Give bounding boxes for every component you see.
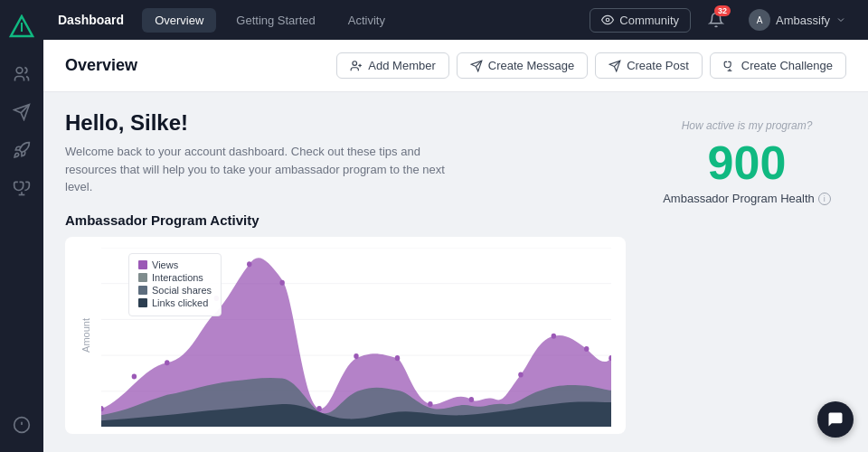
chat-bubble[interactable]	[817, 401, 854, 438]
data-point	[354, 353, 358, 359]
health-label: Ambassador Program Health i	[663, 192, 831, 205]
nav-getting-started[interactable]: Getting Started	[223, 8, 327, 33]
info-sidebar-icon[interactable]	[5, 409, 38, 441]
greeting: Hello, Silke!	[65, 110, 626, 136]
brand-label: Dashboard	[58, 13, 124, 27]
data-point	[518, 372, 523, 377]
svg-point-9	[607, 18, 610, 22]
logo[interactable]	[5, 11, 38, 43]
legend-interactions: Interactions	[138, 272, 212, 283]
add-member-button[interactable]: Add Member	[336, 52, 448, 79]
legend-views: Views	[138, 259, 212, 270]
data-point	[279, 279, 284, 285]
views-color	[138, 260, 147, 269]
page-title: Overview	[65, 56, 336, 75]
data-point	[132, 373, 137, 379]
chat-icon	[826, 410, 844, 428]
legend-social-shares: Social shares	[138, 285, 212, 296]
sidebar	[0, 0, 43, 452]
welcome-text: Welcome back to your account dashboard. …	[65, 143, 445, 196]
overview-header: Overview Add Member Create Message	[43, 40, 868, 92]
data-point	[165, 360, 169, 365]
chart-legend: Views Interactions Social shares Li	[128, 253, 222, 316]
action-buttons: Add Member Create Message Create Post	[336, 52, 846, 79]
nav-right: Community 32 A Ambassify	[590, 5, 854, 35]
create-challenge-icon	[723, 60, 736, 72]
data-point	[469, 396, 474, 401]
create-message-icon	[470, 60, 483, 72]
data-point	[395, 355, 400, 361]
rocket-icon[interactable]	[5, 134, 38, 166]
nav-activity[interactable]: Activity	[335, 8, 398, 33]
links-clicked-color	[138, 298, 147, 307]
content-area: Overview Add Member Create Message	[43, 40, 868, 452]
main-content: Hello, Silke! Welcome back to your accou…	[43, 92, 868, 452]
chart-container: Amount Views Interactions	[65, 237, 626, 435]
users-icon[interactable]	[5, 58, 38, 90]
health-score: 900	[708, 139, 787, 186]
legend-links-clicked: Links clicked	[138, 297, 212, 308]
avatar: A	[749, 9, 770, 31]
svg-point-10	[353, 61, 357, 65]
create-challenge-button[interactable]: Create Challenge	[710, 52, 846, 79]
data-point	[316, 406, 321, 411]
top-navigation: Dashboard Overview Getting Started Activ…	[43, 0, 868, 40]
left-panel: Hello, Silke! Welcome back to your accou…	[65, 110, 626, 434]
nav-overview[interactable]: Overview	[142, 8, 216, 33]
chart-title: Ambassador Program Activity	[65, 212, 626, 228]
interactions-color	[138, 273, 147, 282]
health-question: How active is my program?	[682, 119, 813, 132]
y-axis-label: Amount	[80, 318, 91, 353]
social-shares-color	[138, 286, 147, 295]
data-point	[428, 400, 432, 406]
svg-point-2	[16, 68, 23, 74]
notification-button[interactable]: 32	[702, 5, 731, 34]
data-point	[552, 333, 556, 338]
eye-icon	[601, 14, 614, 26]
trophy-icon[interactable]	[5, 172, 38, 204]
community-button[interactable]: Community	[590, 8, 691, 33]
create-message-button[interactable]: Create Message	[457, 52, 588, 79]
add-member-icon	[350, 60, 363, 72]
data-point	[584, 345, 589, 351]
create-post-button[interactable]: Create Post	[595, 52, 703, 79]
chevron-down-icon	[835, 14, 846, 25]
user-menu[interactable]: A Ambassify	[741, 5, 854, 35]
create-post-icon	[609, 60, 621, 72]
data-point	[247, 261, 251, 267]
health-info-icon[interactable]: i	[818, 193, 831, 205]
send-icon[interactable]	[5, 96, 38, 128]
main-area: Dashboard Overview Getting Started Activ…	[43, 0, 868, 452]
notification-badge: 32	[714, 5, 731, 16]
right-panel: How active is my program? 900 Ambassador…	[647, 110, 846, 434]
